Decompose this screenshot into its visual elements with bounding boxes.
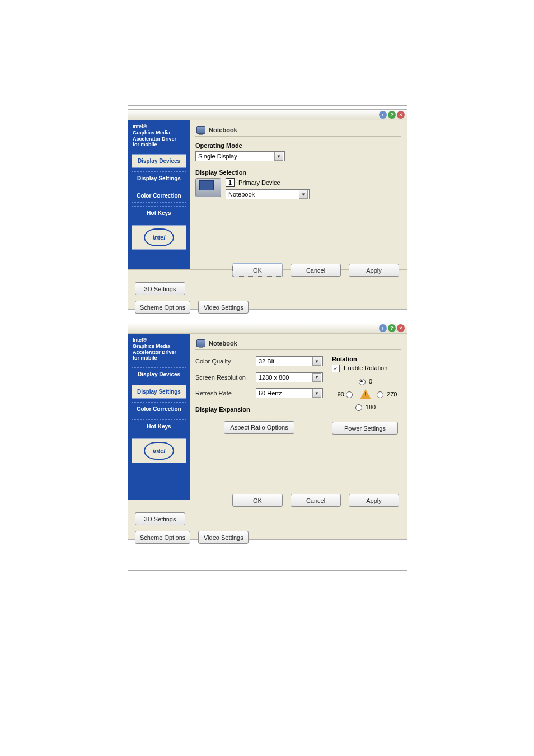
radio-icon <box>377 391 383 398</box>
nav-hot-keys[interactable]: Hot Keys <box>132 419 186 433</box>
cancel-button[interactable]: Cancel <box>291 494 341 507</box>
screen-resolution-value: 1280 x 800 <box>259 374 289 381</box>
brand-line: Accelerator Driver <box>133 349 176 355</box>
display-expansion-heading: Display Expansion <box>195 406 323 413</box>
tab-header: Notebook <box>195 337 401 350</box>
color-quality-value: 32 Bit <box>259 358 274 365</box>
monitor-icon <box>196 126 205 134</box>
divider-bottom <box>128 570 407 571</box>
aspect-ratio-options-button[interactable]: Aspect Ratio Options <box>224 421 294 434</box>
device-number-badge: 1 <box>226 178 235 187</box>
3d-settings-button[interactable]: 3D Settings <box>135 512 185 525</box>
checkbox-icon: ✓ <box>332 365 340 372</box>
chevron-down-icon: ▼ <box>299 190 308 199</box>
brand-line: Intel® <box>133 124 147 129</box>
nav-hot-keys[interactable]: Hot Keys <box>132 206 186 220</box>
enable-rotation-label: Enable Rotation <box>344 365 387 371</box>
color-quality-select[interactable]: 32 Bit ▼ <box>256 356 323 366</box>
nav-color-correction[interactable]: Color Correction <box>132 402 186 416</box>
nav-display-devices[interactable]: Display Devices <box>132 154 186 168</box>
close-icon[interactable]: × <box>397 324 405 332</box>
chevron-down-icon: ▼ <box>312 389 321 398</box>
titlebar: i ? × <box>128 110 407 120</box>
intel-logo-box: intel <box>132 225 186 250</box>
cancel-button[interactable]: Cancel <box>291 264 341 277</box>
rotation-heading: Rotation <box>332 356 401 362</box>
primary-device-label: Primary Device <box>238 179 280 186</box>
brand-line: Graphics Media <box>133 130 170 136</box>
brand-text: Intel® Graphics Media Accelerator Driver… <box>128 120 190 152</box>
monitor-icon <box>196 339 205 347</box>
nav-display-settings[interactable]: Display Settings <box>132 171 186 185</box>
rotation-270[interactable]: 270 <box>377 391 397 398</box>
brand-line: for mobile <box>133 142 157 147</box>
operating-mode-select[interactable]: Single Display ▼ <box>195 151 285 161</box>
warning-icon <box>360 389 371 399</box>
chevron-down-icon: ▼ <box>274 152 283 161</box>
radio-icon <box>346 391 353 398</box>
brand-text: Intel® Graphics Media Accelerator Driver… <box>128 334 190 366</box>
chevron-down-icon: ▼ <box>312 373 321 382</box>
rotation-90[interactable]: 90 <box>338 391 354 398</box>
brand-line: Graphics Media <box>133 343 170 349</box>
apply-button[interactable]: Apply <box>349 264 399 277</box>
ok-button[interactable]: OK <box>232 264 283 277</box>
refresh-rate-select[interactable]: 60 Hertz ▼ <box>256 388 323 398</box>
intel-logo-box: intel <box>132 438 186 463</box>
info-icon[interactable]: i <box>379 111 387 119</box>
ok-button[interactable]: OK <box>232 494 283 507</box>
screen-resolution-select[interactable]: 1280 x 800 ▼ <box>256 372 323 382</box>
help-icon[interactable]: ? <box>388 111 396 119</box>
sidebar-nav: Intel® Graphics Media Accelerator Driver… <box>128 120 190 269</box>
titlebar: i ? × <box>128 323 407 334</box>
enable-rotation-checkbox[interactable]: ✓ Enable Rotation <box>332 365 401 372</box>
refresh-rate-label: Refresh Rate <box>195 390 251 396</box>
operating-mode-value: Single Display <box>198 153 237 160</box>
radio-icon <box>355 404 362 411</box>
brand-line: Accelerator Driver <box>133 136 176 142</box>
laptop-thumbnail-icon <box>195 178 221 197</box>
rotation-180[interactable]: 180 <box>355 404 376 411</box>
power-settings-button[interactable]: Power Settings <box>332 422 398 435</box>
chevron-down-icon: ▼ <box>312 357 321 366</box>
nav-display-settings[interactable]: Display Settings <box>132 385 186 399</box>
tab-title: Notebook <box>209 340 237 347</box>
nav-display-devices[interactable]: Display Devices <box>132 367 186 381</box>
radio-icon <box>359 379 366 385</box>
brand-line: for mobile <box>133 355 157 361</box>
rotation-0[interactable]: 0 <box>359 378 372 385</box>
primary-device-select[interactable]: Notebook ▼ <box>226 189 310 199</box>
help-icon[interactable]: ? <box>388 324 396 332</box>
refresh-rate-value: 60 Hertz <box>259 390 282 396</box>
nav-color-correction[interactable]: Color Correction <box>132 189 186 203</box>
sidebar-nav: Intel® Graphics Media Accelerator Driver… <box>128 334 190 500</box>
tab-title: Notebook <box>209 127 237 133</box>
tab-header: Notebook <box>195 124 401 137</box>
scheme-options-button[interactable]: Scheme Options <box>135 301 190 314</box>
video-settings-button[interactable]: Video Settings <box>198 531 249 544</box>
color-quality-label: Color Quality <box>195 358 251 365</box>
panel-footer: OK Cancel Apply 3D Settings Scheme Optio… <box>128 500 407 539</box>
display-selection-heading: Display Selection <box>195 169 401 176</box>
apply-button[interactable]: Apply <box>349 494 399 507</box>
panel-footer: OK Cancel Apply 3D Settings Scheme Optio… <box>128 269 407 309</box>
screen-resolution-label: Screen Resolution <box>195 374 251 381</box>
info-icon[interactable]: i <box>379 324 387 332</box>
close-icon[interactable]: × <box>397 111 405 119</box>
brand-line: Intel® <box>133 337 147 343</box>
content-area: Notebook Operating Mode Single Display ▼… <box>190 120 407 269</box>
video-settings-button[interactable]: Video Settings <box>198 301 249 314</box>
primary-device-value: Notebook <box>228 191 255 198</box>
intel-graphics-panel-display-settings: i ? × Intel® Graphics Media Accelerator … <box>128 323 407 540</box>
rotation-group: Rotation ✓ Enable Rotation 0 90 <box>327 356 401 435</box>
divider-top <box>128 105 407 106</box>
3d-settings-button[interactable]: 3D Settings <box>135 282 185 295</box>
intel-logo-icon: intel <box>144 442 174 460</box>
content-area: Notebook Color Quality 32 Bit ▼ Rotation… <box>190 334 407 500</box>
intel-logo-icon: intel <box>144 228 174 246</box>
scheme-options-button[interactable]: Scheme Options <box>135 531 190 544</box>
operating-mode-heading: Operating Mode <box>195 142 401 149</box>
intel-graphics-panel-display-devices: i ? × Intel® Graphics Media Accelerator … <box>128 109 407 310</box>
